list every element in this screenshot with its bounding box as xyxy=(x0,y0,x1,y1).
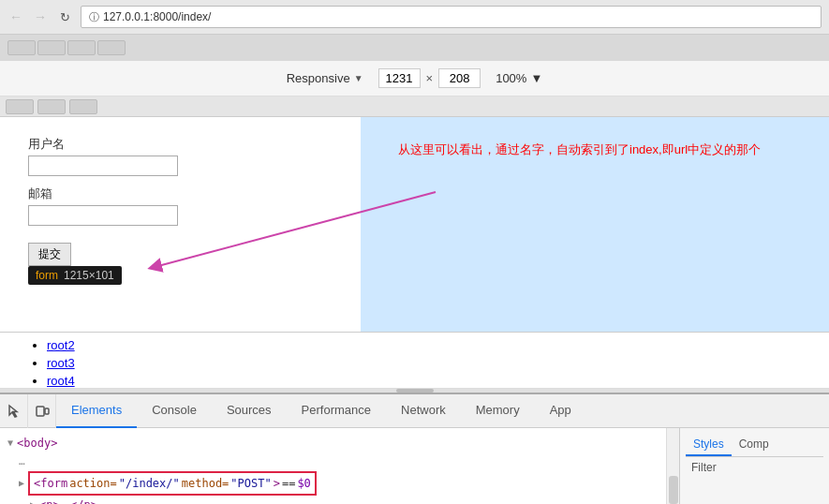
toolbar-action-1[interactable] xyxy=(6,99,34,114)
zoom-select[interactable]: 100% ▼ xyxy=(496,71,542,85)
dom-dots: … xyxy=(19,452,25,471)
cursor-icon xyxy=(7,404,22,419)
viewport-controls: Responsive ▼ × 100% ▼ xyxy=(0,61,829,96)
zoom-arrow: ▼ xyxy=(530,71,542,85)
devtools-panel: Elements Console Sources Performance Net… xyxy=(0,393,829,504)
form-username: 用户名 xyxy=(28,136,333,176)
tab-memory[interactable]: Memory xyxy=(461,394,535,428)
browser-tabs xyxy=(0,35,829,61)
sidebar-tab-styles[interactable]: Styles xyxy=(686,434,732,456)
tab-network[interactable]: Network xyxy=(386,394,461,428)
tab-console[interactable]: Console xyxy=(137,394,212,428)
sidebar-tab-computed[interactable]: Comp xyxy=(732,434,777,456)
device-toggle-button[interactable] xyxy=(28,394,56,428)
inspect-element-button[interactable] xyxy=(0,394,28,428)
zoom-label: 100% xyxy=(496,71,526,85)
responsive-arrow: ▼ xyxy=(354,73,363,83)
form-open-tag: <form xyxy=(34,474,67,493)
p-close-1: </p> xyxy=(70,496,97,504)
devtools-body: ▼ <body> … ▶ <form action="/index/" meth… xyxy=(0,428,829,504)
p-toggle-1[interactable]: ▶ xyxy=(30,496,36,504)
equals-sign: == xyxy=(282,474,295,493)
form-tooltip: form 1215×101 xyxy=(28,266,122,285)
submit-button[interactable]: 提交 xyxy=(28,243,71,266)
form-tag-line[interactable]: ▶ <form action="/index/" method="POST" >… xyxy=(19,471,659,496)
back-button[interactable]: ← xyxy=(7,8,24,25)
username-input[interactable] xyxy=(28,156,178,176)
annotation-text: 从这里可以看出，通过名字，自动索引到了index,即url中定义的那个 xyxy=(398,141,829,160)
toolbar-btn-3[interactable] xyxy=(67,40,96,55)
dom-tree: ▼ <body> … ▶ <form action="/index/" meth… xyxy=(0,428,666,504)
toolbar-btn-1[interactable] xyxy=(7,40,36,55)
p-ellipsis-1: … xyxy=(62,496,68,504)
p-tag-line-1[interactable]: ▶ <p> … </p> xyxy=(30,496,659,504)
page-preview: 用户名 邮箱 提交 form 1215×101 从这里可以看出，通过名字，自动索… xyxy=(0,117,829,333)
responsive-label: Responsive xyxy=(287,71,350,85)
tab-elements[interactable]: Elements xyxy=(56,394,137,428)
refresh-button[interactable]: ↻ xyxy=(56,8,73,25)
address-text: 127.0.0.1:8000/index/ xyxy=(103,10,211,23)
address-bar[interactable]: ⓘ 127.0.0.1:8000/index/ xyxy=(81,6,822,28)
toolbar-action-3[interactable] xyxy=(69,99,97,114)
username-label: 用户名 xyxy=(28,136,333,153)
toolbar-btn-4[interactable] xyxy=(97,40,126,55)
list-item-root4[interactable]: root4 xyxy=(47,374,75,388)
scroll-thumb xyxy=(669,476,678,504)
scroll-indicator[interactable] xyxy=(666,428,679,504)
viewport-dimensions: × xyxy=(378,68,481,88)
list-item-root2[interactable]: root2 xyxy=(47,338,75,352)
forward-button[interactable]: → xyxy=(32,8,49,25)
email-label: 邮箱 xyxy=(28,185,333,202)
tab-performance[interactable]: Performance xyxy=(287,394,386,428)
post-value: "POST" xyxy=(230,474,271,493)
filter-label: Filter xyxy=(686,457,823,478)
p-tag-1: <p> xyxy=(39,496,60,504)
form-close-bracket: > xyxy=(274,474,280,493)
form-tooltip-tag: form xyxy=(36,269,58,282)
form-toggle[interactable]: ▶ xyxy=(19,474,24,493)
body-toggle[interactable]: ▼ xyxy=(7,434,13,452)
sidebar-tabs: Styles Comp xyxy=(686,434,823,457)
page-toolbar xyxy=(0,96,829,117)
viewport-height-input[interactable] xyxy=(438,68,481,88)
lock-icon: ⓘ xyxy=(89,10,99,24)
viewport-width-input[interactable] xyxy=(378,68,421,88)
svg-rect-1 xyxy=(37,407,44,416)
tab-sources[interactable]: Sources xyxy=(212,394,287,428)
body-tag: <body> xyxy=(17,434,57,452)
devtools-tabs: Elements Console Sources Performance Net… xyxy=(0,394,829,428)
viewport-x-label: × xyxy=(426,71,434,85)
responsive-select[interactable]: Responsive ▼ xyxy=(287,71,363,85)
svg-rect-2 xyxy=(45,408,49,414)
body-tag-line[interactable]: ▼ <body> xyxy=(7,434,659,452)
action-attr: action= xyxy=(69,474,117,493)
device-icon xyxy=(35,404,50,419)
devtools-sidebar: Styles Comp Filter xyxy=(679,428,829,504)
form-email: 邮箱 xyxy=(28,185,333,226)
method-attr: method= xyxy=(182,474,229,493)
list-item-root3[interactable]: root3 xyxy=(47,356,75,370)
dots-line: … xyxy=(19,452,659,471)
form-highlight-box: <form action="/index/" method="POST" > =… xyxy=(28,471,317,496)
form-tooltip-dims: 1215×101 xyxy=(64,269,114,282)
toolbar-btn-2[interactable] xyxy=(37,40,66,55)
toolbar-action-2[interactable] xyxy=(37,99,66,114)
tab-app[interactable]: App xyxy=(535,394,586,428)
dollar-zero: $0 xyxy=(297,474,310,493)
page-list: root2 root3 root4 xyxy=(0,333,829,389)
email-input[interactable] xyxy=(28,205,178,226)
action-value: "/index/" xyxy=(119,474,180,493)
